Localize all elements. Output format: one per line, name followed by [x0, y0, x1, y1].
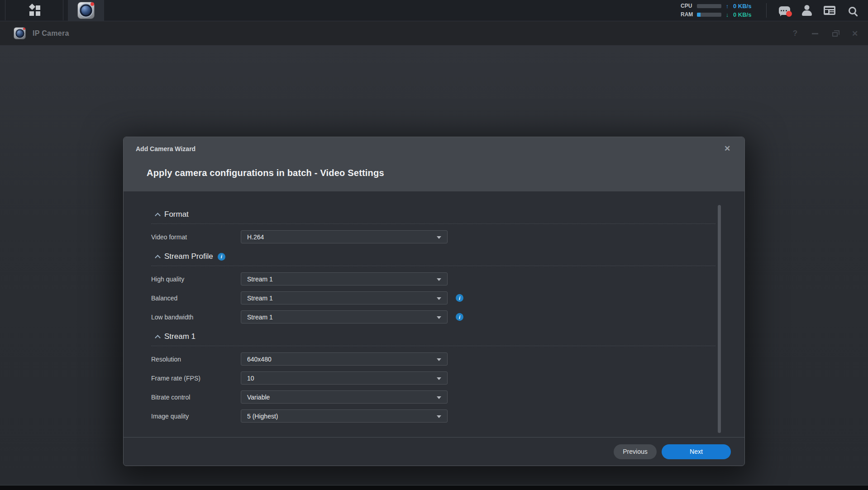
maximize-button[interactable]: [829, 28, 841, 39]
info-icon[interactable]: i: [456, 313, 463, 321]
search-button[interactable]: [845, 4, 859, 17]
chevron-down-icon: [437, 236, 441, 239]
field-low-bandwidth: Low bandwidth Stream 1 i: [151, 310, 715, 323]
notifications-button[interactable]: [777, 4, 791, 17]
resolution-select[interactable]: 640x480: [241, 352, 448, 366]
window-close-button[interactable]: ✕: [849, 28, 861, 39]
section-stream-1-header[interactable]: Stream 1: [151, 331, 715, 343]
next-button[interactable]: Next: [662, 444, 731, 459]
field-bitrate-control: Bitrate control Variable: [151, 390, 715, 404]
bitrate-control-select[interactable]: Variable: [241, 390, 448, 404]
user-icon: [805, 5, 810, 10]
video-format-select[interactable]: H.264: [241, 230, 448, 243]
chevron-down-icon: [437, 358, 441, 361]
field-frame-rate: Frame rate (FPS) 10: [151, 371, 715, 385]
field-label: Frame rate (FPS): [151, 375, 241, 382]
download-speed: 0 KB/s: [733, 11, 751, 18]
selected-value: Stream 1: [247, 295, 273, 302]
field-label: Balanced: [151, 295, 241, 302]
field-label: Resolution: [151, 356, 241, 363]
low-bandwidth-select[interactable]: Stream 1: [241, 310, 448, 323]
selected-value: 5 (Highest): [247, 413, 278, 420]
chevron-down-icon: [437, 396, 441, 399]
wizard-step-heading: Apply camera configurations in batch - V…: [147, 168, 384, 178]
cpu-label: CPU: [681, 3, 697, 9]
help-button[interactable]: ?: [789, 28, 801, 39]
download-arrow-icon: ↓: [721, 11, 733, 18]
main-menu-icon: [29, 5, 40, 16]
desktop: CPU ↑ 0 KB/s RAM ↓ 0 KB/s: [0, 0, 868, 490]
dialog-close-button[interactable]: ✕: [722, 143, 733, 154]
taskbar-divider: [766, 3, 767, 18]
widgets-button[interactable]: [823, 4, 836, 17]
section-title: Stream 1: [164, 332, 196, 341]
section-stream-profile-header[interactable]: Stream Profile i: [151, 251, 715, 262]
section-format: Format Video format H.264: [151, 209, 715, 243]
window-title: IP Camera: [33, 21, 69, 46]
balanced-select[interactable]: Stream 1: [241, 291, 448, 304]
section-format-header[interactable]: Format: [151, 209, 715, 220]
window-controls: ? ✕: [789, 21, 861, 46]
taskbar-tab-ip-camera[interactable]: [68, 0, 104, 21]
frame-rate-select[interactable]: 10: [241, 371, 448, 385]
system-stats: CPU ↑ 0 KB/s RAM ↓ 0 KB/s: [681, 2, 751, 18]
chevron-up-icon: [155, 254, 160, 259]
upload-arrow-icon: ↑: [721, 3, 733, 10]
notification-dot: [91, 2, 94, 6]
ip-camera-app-icon: [77, 2, 95, 19]
widgets-icon: [824, 6, 835, 15]
add-camera-wizard-dialog: Add Camera Wizard ✕ Apply camera configu…: [123, 137, 745, 466]
dialog-body: Format Video format H.264: [124, 191, 744, 437]
cpu-usage-bar: [697, 4, 721, 8]
chevron-down-icon: [437, 377, 441, 380]
selected-value: H.264: [247, 233, 264, 241]
selected-value: 640x480: [247, 356, 272, 363]
chevron-up-icon: [155, 334, 160, 339]
main-menu-button[interactable]: [6, 0, 63, 20]
field-label: High quality: [151, 276, 241, 283]
app-window-titlebar: IP Camera ? ✕: [0, 21, 868, 45]
dialog-scrollbar[interactable]: [718, 205, 721, 433]
app-window-content: Add Camera Wizard ✕ Apply camera configu…: [0, 45, 868, 485]
ram-label: RAM: [681, 11, 697, 18]
selected-value: 10: [247, 375, 254, 382]
previous-button[interactable]: Previous: [614, 444, 657, 459]
chevron-down-icon: [437, 316, 441, 319]
minimize-button[interactable]: [809, 28, 821, 39]
taskbar: CPU ↑ 0 KB/s RAM ↓ 0 KB/s: [0, 0, 868, 21]
high-quality-select[interactable]: Stream 1: [241, 272, 448, 285]
camera-lens: [80, 5, 92, 17]
field-video-format: Video format H.264: [151, 230, 715, 243]
user-menu-button[interactable]: [800, 4, 814, 17]
ram-row: RAM ↓ 0 KB/s: [681, 11, 751, 18]
field-label: Image quality: [151, 413, 241, 420]
section-divider: [151, 346, 715, 346]
minimize-icon: [812, 33, 818, 34]
section-divider: [151, 224, 715, 224]
screen-bottom-strip: [0, 485, 868, 490]
selected-value: Stream 1: [247, 314, 273, 321]
image-quality-select[interactable]: 5 (Highest): [241, 409, 448, 423]
field-label: Video format: [151, 233, 241, 241]
maximize-icon: [832, 32, 838, 37]
section-title: Format: [164, 210, 189, 219]
window-camera-icon: [14, 27, 26, 39]
info-icon[interactable]: i: [456, 294, 463, 302]
section-title: Stream Profile: [164, 252, 213, 261]
field-high-quality: High quality Stream 1: [151, 272, 715, 285]
section-stream-profile: Stream Profile i High quality Stream 1 B…: [151, 251, 715, 323]
selected-value: Stream 1: [247, 276, 273, 283]
taskbar-edge: [0, 0, 5, 20]
chevron-down-icon: [437, 278, 441, 281]
chat-icon: [779, 6, 790, 15]
cpu-row: CPU ↑ 0 KB/s: [681, 2, 751, 10]
taskbar-right-icons: [777, 0, 859, 21]
field-label: Bitrate control: [151, 394, 241, 401]
dialog-title: Add Camera Wizard: [136, 145, 196, 152]
notification-badge: [786, 11, 792, 17]
field-resolution: Resolution 640x480: [151, 352, 715, 366]
section-divider: [151, 266, 715, 266]
selected-value: Variable: [247, 394, 270, 401]
info-icon[interactable]: i: [218, 253, 225, 261]
upload-speed: 0 KB/s: [733, 3, 751, 10]
